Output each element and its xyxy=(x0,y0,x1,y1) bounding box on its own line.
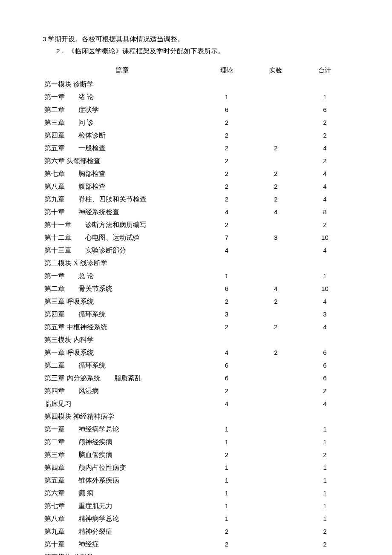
section-title-cell: 第四模块 神经精神病学 xyxy=(43,410,202,423)
table-body: 第一模块 诊断学第一章 绪 论11第二章 症状学66第三章 问 诊22第四章 检… xyxy=(43,78,349,555)
theory-cell: 1 xyxy=(202,461,251,474)
total-cell xyxy=(300,410,349,423)
theory-cell: 2 xyxy=(202,129,251,142)
section-row: 第四模块 神经精神病学 xyxy=(43,410,349,423)
theory-cell: 2 xyxy=(202,538,251,551)
table-row: 第八章 精神病学总论11 xyxy=(43,512,349,525)
chapter-cell: 第三章 脑血管疾病 xyxy=(43,449,202,461)
chapter-cell: 第六章 头颈部检查 xyxy=(43,155,202,167)
section-title-cell: 第二模块 X 线诊断学 xyxy=(43,257,202,270)
chapter-cell: 第一章 呼吸系统 xyxy=(43,346,202,359)
table-row: 第二章 颅神经疾病11 xyxy=(43,436,349,449)
theory-cell: 2 xyxy=(202,525,251,538)
experiment-cell xyxy=(251,461,300,474)
total-cell: 8 xyxy=(300,206,349,219)
total-cell: 4 xyxy=(300,180,349,193)
theory-cell xyxy=(202,334,251,346)
table-row: 第五章 锥体外系疾病11 xyxy=(43,474,349,487)
table-row: 第三章 呼吸系统224 xyxy=(43,295,349,308)
intro-line-1-text: 学期开设。各校可根据其具体情况适当调整。 xyxy=(46,35,184,43)
theory-cell: 4 xyxy=(202,206,251,219)
section-title-cell: 第五模块 儿科学 xyxy=(43,551,202,555)
experiment-cell xyxy=(251,423,300,436)
experiment-cell: 2 xyxy=(251,321,300,334)
theory-cell xyxy=(202,78,251,91)
col-header-theory: 理论 xyxy=(202,64,251,78)
theory-cell: 2 xyxy=(202,116,251,129)
chapter-cell: 第二章 循环系统 xyxy=(43,359,202,372)
experiment-cell xyxy=(251,244,300,257)
table-row: 第五章 中枢神经系统224 xyxy=(43,321,349,334)
chapter-cell: 第五章 锥体外系疾病 xyxy=(43,474,202,487)
experiment-cell xyxy=(251,525,300,538)
total-cell: 1 xyxy=(300,474,349,487)
theory-cell: 2 xyxy=(202,155,251,167)
theory-cell: 1 xyxy=(202,423,251,436)
total-cell xyxy=(300,334,349,346)
chapter-cell: 第十章 神经系统检查 xyxy=(43,206,202,219)
theory-cell: 1 xyxy=(202,512,251,525)
total-cell: 2 xyxy=(300,385,349,397)
chapter-cell: 第六章 癫 痫 xyxy=(43,487,202,500)
total-cell: 6 xyxy=(300,104,349,116)
table-row: 第九章 脊柱、四肢和关节检查224 xyxy=(43,193,349,206)
total-cell: 2 xyxy=(300,116,349,129)
total-cell: 6 xyxy=(300,346,349,359)
total-cell: 1 xyxy=(300,500,349,512)
theory-cell: 2 xyxy=(202,295,251,308)
table-row: 第四章 检体诊断22 xyxy=(43,129,349,142)
experiment-cell: 2 xyxy=(251,142,300,155)
theory-cell: 6 xyxy=(202,359,251,372)
total-cell: 2 xyxy=(300,449,349,461)
experiment-cell xyxy=(251,116,300,129)
chapter-cell: 第十一章 诊断方法和病历编写 xyxy=(43,219,202,231)
total-cell: 1 xyxy=(300,436,349,449)
total-cell: 1 xyxy=(300,423,349,436)
total-cell: 1 xyxy=(300,461,349,474)
table-row: 第七章 胸部检查224 xyxy=(43,167,349,180)
chapter-cell: 第三章 内分泌系统 脂质紊乱 xyxy=(43,372,202,385)
chapter-cell: 第五章 中枢神经系统 xyxy=(43,321,202,334)
experiment-cell xyxy=(251,538,300,551)
table-row: 第八章 腹部检查224 xyxy=(43,180,349,193)
theory-cell: 4 xyxy=(202,244,251,257)
table-row: 第一章 总 论11 xyxy=(43,270,349,282)
chapter-cell: 第七章 重症肌无力 xyxy=(43,500,202,512)
total-cell xyxy=(300,257,349,270)
theory-cell: 2 xyxy=(202,167,251,180)
table-row: 第三章 问 诊22 xyxy=(43,116,349,129)
table-row: 第六章 头颈部检查22 xyxy=(43,155,349,167)
table-header-row: 篇章 理论 实验 合计 xyxy=(43,64,349,78)
chapter-cell: 第三章 问 诊 xyxy=(43,116,202,129)
experiment-cell xyxy=(251,474,300,487)
experiment-cell: 3 xyxy=(251,231,300,244)
experiment-cell: 2 xyxy=(251,193,300,206)
table-row: 第十章 神经症22 xyxy=(43,538,349,551)
chapter-cell: 第八章 腹部检查 xyxy=(43,180,202,193)
experiment-cell xyxy=(251,155,300,167)
chapter-cell: 第九章 精神分裂症 xyxy=(43,525,202,538)
table-row: 第二章 骨关节系统6410 xyxy=(43,282,349,295)
table-row: 第十二章 心电图、运动试验7310 xyxy=(43,231,349,244)
table-row: 第七章 重症肌无力11 xyxy=(43,500,349,512)
theory-cell: 3 xyxy=(202,308,251,321)
table-row: 临床见习44 xyxy=(43,397,349,410)
experiment-cell xyxy=(251,334,300,346)
intro-block: 3 学期开设。各校可根据其具体情况适当调整。 2． 《临床医学概论》课程框架及学… xyxy=(43,34,349,56)
theory-cell: 4 xyxy=(202,346,251,359)
theory-cell: 1 xyxy=(202,487,251,500)
experiment-cell: 2 xyxy=(251,295,300,308)
theory-cell: 7 xyxy=(202,231,251,244)
chapter-cell: 第四章 颅内占位性病变 xyxy=(43,461,202,474)
col-header-experiment: 实验 xyxy=(251,64,300,78)
total-cell xyxy=(300,551,349,555)
table-row: 第九章 精神分裂症22 xyxy=(43,525,349,538)
table-row: 第一章 绪 论11 xyxy=(43,91,349,104)
theory-cell xyxy=(202,257,251,270)
theory-cell: 1 xyxy=(202,474,251,487)
section-row: 第五模块 儿科学 xyxy=(43,551,349,555)
experiment-cell xyxy=(251,512,300,525)
chapter-cell: 第十章 神经症 xyxy=(43,538,202,551)
chapter-cell: 第十三章 实验诊断部分 xyxy=(43,244,202,257)
experiment-cell xyxy=(251,372,300,385)
